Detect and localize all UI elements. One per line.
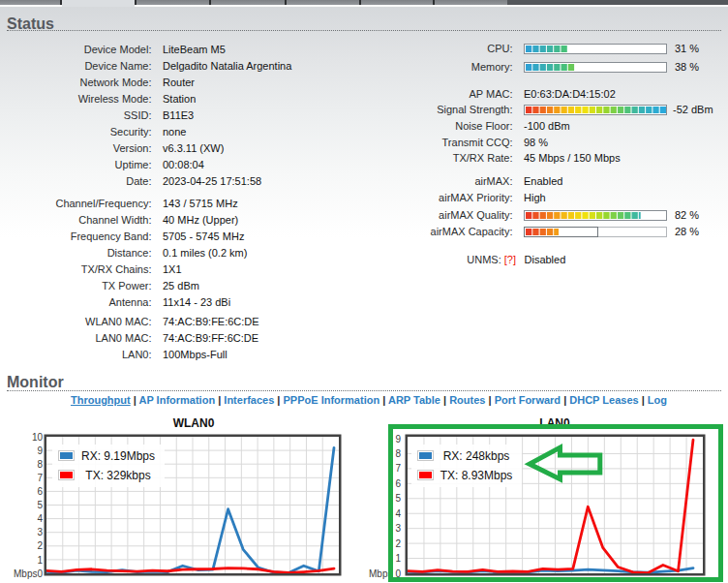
svg-text:7: 7: [37, 473, 43, 483]
svg-text:8: 8: [37, 459, 43, 470]
svg-text:4: 4: [37, 513, 43, 524]
svg-text:10: 10: [32, 432, 44, 443]
svg-text:6: 6: [37, 486, 43, 497]
svg-text:1: 1: [37, 555, 43, 566]
svg-text:0: 0: [37, 568, 43, 579]
svg-text:Mbps: Mbps: [14, 568, 37, 579]
svg-text:5: 5: [37, 500, 43, 510]
svg-text:2: 2: [37, 540, 43, 551]
svg-text:9: 9: [37, 445, 43, 456]
svg-text:3: 3: [37, 527, 43, 537]
